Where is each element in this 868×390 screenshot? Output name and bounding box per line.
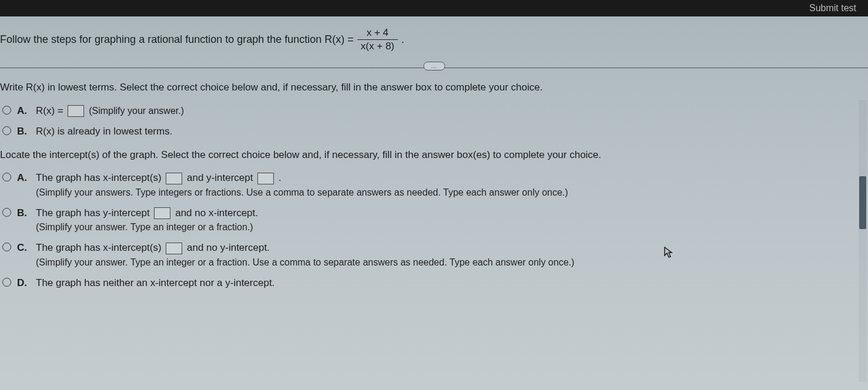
prompt-lead: Follow the steps for graphing a rational…	[0, 33, 354, 46]
q2a-t3: .	[279, 172, 281, 183]
q2-choice-a: A. The graph has x-intercept(s) and y-in…	[2, 170, 863, 200]
numerator: x + 4	[363, 27, 392, 39]
q2b-hint: (Simplify your answer. Type an integer o…	[36, 220, 863, 234]
q1a-pre: R(x) =	[36, 105, 63, 116]
denominator: x(x + 8)	[357, 39, 398, 52]
q2a-yintercept-box[interactable]	[257, 173, 274, 184]
q1a-hint: (Simplify your answer.)	[89, 106, 184, 116]
rational-expression: x + 4 x(x + 8)	[357, 27, 398, 52]
q2-prompt: Locate the intercept(s) of the graph. Se…	[0, 147, 863, 163]
q2c-xintercept-box[interactable]	[166, 243, 182, 254]
q2-choice-d: D. The graph has neither an x-intercept …	[2, 275, 863, 291]
q2a-xintercept-box[interactable]	[166, 173, 182, 184]
label-c: C.	[17, 240, 30, 255]
q2-choice-c: C. The graph has x-intercept(s) and no y…	[2, 240, 863, 270]
q2a-t1: The graph has x-intercept(s)	[36, 172, 162, 183]
q1a-answer-box[interactable]	[68, 105, 84, 117]
q2b-t1: The graph has y-intercept	[36, 207, 150, 218]
label-d: D.	[17, 275, 30, 291]
scrollbar-track[interactable]	[859, 100, 867, 382]
q2b-t2: and no x-intercept.	[175, 207, 258, 218]
submit-test-button[interactable]: Submit test	[809, 3, 856, 14]
q1-prompt: Write R(x) in lowest terms. Select the c…	[0, 80, 863, 95]
q2a-hint: (Simplify your answers. Type integers or…	[36, 186, 863, 200]
q2d-text: The graph has neither an x-intercept nor…	[36, 277, 274, 288]
radio-q2-a[interactable]	[2, 173, 11, 181]
question-content: Follow the steps for graphing a rational…	[0, 16, 868, 290]
q2-choice-b: B. The graph has y-intercept and no x-in…	[2, 206, 863, 235]
q2a-t2: and y-intercept	[187, 172, 253, 183]
q1-choice-a: A. R(x) = (Simplify your answer.)	[2, 103, 863, 119]
label-b: B.	[17, 124, 30, 139]
q2c-hint: (Simplify your answer. Type an integer o…	[36, 255, 863, 270]
q1b-text: R(x) is already in lowest terms.	[36, 126, 172, 137]
label-a: A.	[17, 170, 30, 186]
radio-q2-d[interactable]	[2, 278, 11, 287]
q2c-t1: The graph has x-intercept(s)	[36, 242, 162, 253]
top-bar: Submit test	[0, 0, 868, 16]
expand-pill[interactable]: …	[423, 62, 445, 70]
radio-q1-a[interactable]	[2, 106, 11, 115]
radio-q2-c[interactable]	[2, 243, 11, 251]
radio-q2-b[interactable]	[2, 208, 11, 217]
q1-choice-b: B. R(x) is already in lowest terms.	[2, 124, 863, 139]
prompt-trail: .	[401, 33, 404, 46]
scrollbar-thumb[interactable]	[859, 176, 866, 229]
label-b: B.	[17, 206, 30, 221]
label-a: A.	[17, 103, 30, 119]
divider-row: …	[0, 68, 868, 68]
q2b-yintercept-box[interactable]	[154, 207, 170, 219]
q2c-t2: and no y-intercept.	[187, 242, 270, 253]
radio-q1-b[interactable]	[2, 126, 11, 135]
main-prompt: Follow the steps for graphing a rational…	[0, 27, 868, 63]
